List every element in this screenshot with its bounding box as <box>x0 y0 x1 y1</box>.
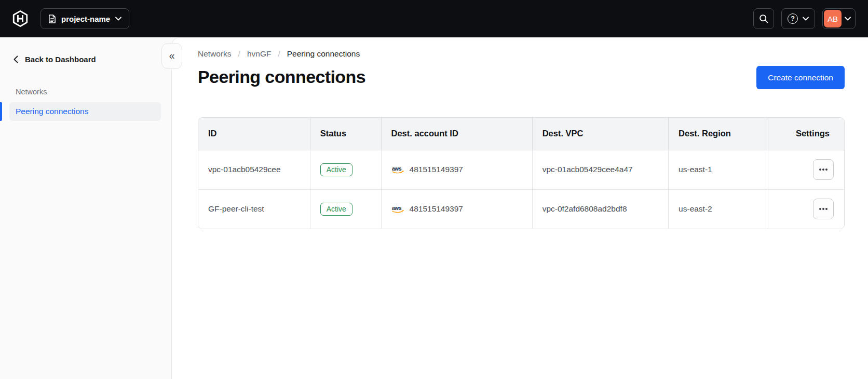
sidebar-item-peering-connections[interactable]: Peering connections <box>9 102 161 121</box>
avatar: AB <box>824 10 842 27</box>
cell-dest-region: us-east-2 <box>669 189 768 229</box>
row-actions-button[interactable] <box>813 159 834 180</box>
document-icon <box>48 15 56 23</box>
chevron-down-icon <box>803 17 809 21</box>
back-to-dashboard-link[interactable]: Back to Dashboard <box>0 52 171 67</box>
user-menu-button[interactable]: AB <box>822 8 856 29</box>
status-badge: Active <box>320 203 352 216</box>
table-header-row: ID Status Dest. account ID Dest. VPC Des… <box>198 118 844 150</box>
project-name-label: project-name <box>61 15 110 23</box>
active-item-accent-bar <box>0 102 2 121</box>
main-area: « Networks / hvnGF / Peering connections… <box>171 37 868 379</box>
cell-dest-vpc: vpc-0f2afd6808ad2bdf8 <box>532 189 668 229</box>
hashicorp-logo-icon[interactable] <box>11 10 29 27</box>
cell-id: GF-peer-cli-test <box>198 189 310 229</box>
cell-dest-account-id: 481515149397 <box>410 165 463 174</box>
breadcrumb-networks[interactable]: Networks <box>198 49 232 59</box>
chevron-down-icon <box>115 17 121 21</box>
cell-dest-account-id: 481515149397 <box>410 204 463 214</box>
search-icon <box>759 14 768 23</box>
breadcrumb-current: Peering connections <box>287 49 360 59</box>
aws-icon: aws <box>391 165 405 174</box>
peering-connections-table: ID Status Dest. account ID Dest. VPC Des… <box>198 117 845 229</box>
chevron-left-icon <box>13 55 18 63</box>
sidebar-item-label: Peering connections <box>16 107 88 116</box>
sidebar: Back to Dashboard Networks Peering conne… <box>0 37 171 379</box>
topbar: project-name ? AB <box>0 0 868 37</box>
search-button[interactable] <box>753 8 774 29</box>
sidebar-collapse-button[interactable]: « <box>161 43 182 69</box>
column-header-dest-region: Dest. Region <box>669 118 768 150</box>
column-header-settings: Settings <box>768 118 844 150</box>
back-to-dashboard-label: Back to Dashboard <box>25 55 96 64</box>
table-row: GF-peer-cli-test Active aws <box>198 189 844 229</box>
page-title: Peering connections <box>198 67 365 87</box>
aws-icon: aws <box>391 205 405 214</box>
column-header-dest-account-id: Dest. account ID <box>381 118 532 150</box>
ellipsis-icon <box>822 169 824 171</box>
breadcrumb-hvn[interactable]: hvnGF <box>247 49 272 59</box>
column-header-id: ID <box>198 118 310 150</box>
svg-text:aws: aws <box>391 166 401 172</box>
column-header-dest-vpc: Dest. VPC <box>532 118 668 150</box>
row-actions-button[interactable] <box>813 199 834 219</box>
column-header-status: Status <box>310 118 381 150</box>
collapse-sidebar-icon: « <box>169 50 174 61</box>
help-icon: ? <box>788 13 798 24</box>
project-selector[interactable]: project-name <box>40 8 129 29</box>
chevron-down-icon <box>845 17 851 21</box>
content-panel: « Networks / hvnGF / Peering connections… <box>171 37 868 379</box>
sidebar-section-label: Networks <box>16 88 156 96</box>
svg-text:aws: aws <box>391 205 401 211</box>
breadcrumb-separator: / <box>238 49 240 59</box>
cell-id: vpc-01acb05429cee <box>198 150 310 189</box>
breadcrumb-separator: / <box>278 49 280 59</box>
table-row: vpc-01acb05429cee Active aws <box>198 150 844 189</box>
help-menu-button[interactable]: ? <box>781 8 815 29</box>
app-shell: Back to Dashboard Networks Peering conne… <box>0 37 868 379</box>
breadcrumb: Networks / hvnGF / Peering connections <box>198 48 845 59</box>
cell-dest-vpc: vpc-01acb05429cee4a47 <box>532 150 668 189</box>
cell-dest-region: us-east-1 <box>669 150 768 189</box>
create-connection-button[interactable]: Create connection <box>756 66 845 89</box>
status-badge: Active <box>320 163 352 176</box>
ellipsis-icon <box>822 208 824 210</box>
